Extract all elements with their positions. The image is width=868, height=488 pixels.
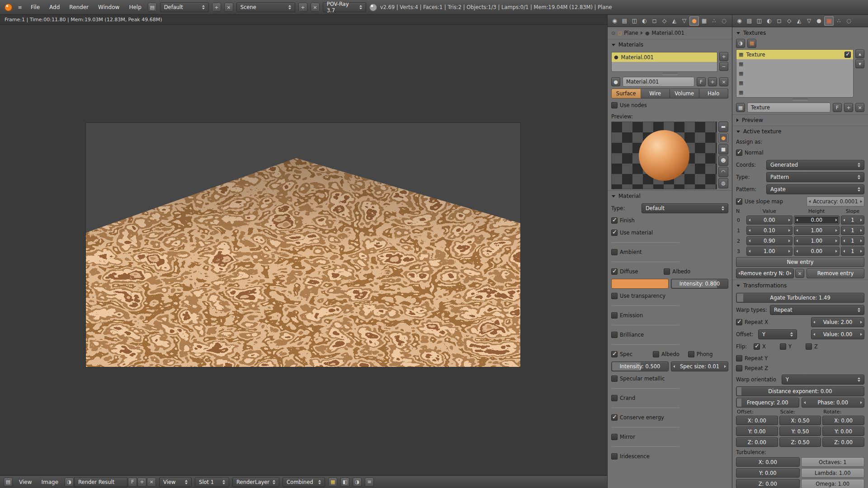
slope-slope-field[interactable]: 1 [841, 247, 864, 256]
spec-checkbox[interactable] [611, 351, 618, 357]
use-transparency-checkbox[interactable] [611, 293, 618, 299]
image-datablock[interactable]: Render Result [74, 477, 127, 487]
tab-render-layers-icon[interactable]: ▤ [745, 16, 754, 26]
breadcrumb-object[interactable]: Plane [624, 30, 638, 36]
brilliance-checkbox[interactable] [611, 332, 618, 338]
warp-types-selector[interactable]: Repeat [770, 305, 864, 315]
tab-scene-icon[interactable]: ◫ [755, 16, 764, 26]
rotate-y-field[interactable]: Y: 0.00 [822, 427, 864, 436]
texture-type-selector[interactable]: Pattern [766, 172, 864, 182]
offset-z-field[interactable]: Z: 0.00 [736, 437, 778, 447]
material-name-field[interactable]: Material.001 [623, 77, 694, 87]
draw-channel-zbuffer-icon[interactable]: ◑ [353, 478, 362, 487]
repeat-x-value-field[interactable]: Value: 2.00 [811, 317, 864, 327]
crand-checkbox[interactable] [611, 395, 618, 401]
scale-x-field[interactable]: X: 0.50 [779, 416, 821, 425]
menu-file[interactable]: File [28, 3, 43, 11]
tab-texture-icon[interactable]: ▦ [699, 16, 709, 26]
screen-layout-browse-icon[interactable]: ▤ [148, 3, 157, 12]
slope-height-field[interactable]: 0.00 [794, 216, 840, 225]
omega-field[interactable]: Omega: 1.00 [801, 479, 865, 488]
spec-albedo-checkbox[interactable] [653, 351, 659, 357]
preview-cube-button[interactable]: ■ [718, 144, 728, 155]
preview-monkey-button[interactable]: ☻ [718, 155, 728, 166]
render-slot-selector[interactable]: Slot 1 [195, 477, 229, 487]
menu-add[interactable]: Add [46, 3, 63, 11]
remove-entry-n-field[interactable]: Remove entry N: 0 [736, 268, 794, 278]
texture-context-material-icon[interactable]: ▦ [747, 39, 756, 48]
agate-turbulence-slider[interactable]: Agate Turbulence: 1.49 [736, 293, 864, 303]
remove-entry-button[interactable]: Remove entry [807, 268, 864, 278]
slope-value-field[interactable]: 0.10 [746, 226, 793, 235]
diffuse-color-swatch[interactable] [611, 279, 669, 289]
preview-panel-header[interactable]: Preview [732, 114, 868, 126]
material-browse-icon[interactable]: ● [611, 77, 620, 86]
tab-texture-icon[interactable]: ▦ [824, 16, 834, 26]
turbulence-z-field[interactable]: Z: 0.00 [736, 479, 800, 488]
tab-material-icon[interactable]: ● [689, 16, 699, 26]
tab-object-data-icon[interactable]: ▽ [679, 16, 689, 26]
tab-constraints-icon[interactable]: ◇ [660, 16, 669, 26]
conserve-energy-checkbox[interactable] [611, 414, 618, 421]
lambda-field[interactable]: Lambda: 1.00 [801, 468, 865, 478]
editor-type-image-icon[interactable]: ▤ [4, 478, 13, 487]
slope-value-field[interactable]: 0.90 [746, 236, 793, 245]
preview-world-button[interactable]: ◍ [718, 178, 728, 188]
pattern-selector[interactable]: Agate [766, 184, 864, 194]
image-fake-user-button[interactable]: F [128, 478, 137, 487]
tab-world-icon[interactable]: ◐ [764, 16, 774, 26]
active-texture-panel-header[interactable]: Active texture [732, 126, 868, 137]
offset-y-field[interactable]: Y: 0.00 [736, 427, 778, 436]
texture-slot-row[interactable]: ▦ Texture [736, 50, 853, 59]
tab-physics-icon[interactable]: ◌ [844, 16, 854, 26]
wire-tab[interactable]: Wire [641, 89, 670, 99]
image-mode-selector[interactable]: View [159, 477, 192, 487]
slope-height-field[interactable]: 1.00 [794, 236, 840, 245]
image-new-button[interactable]: + [137, 478, 146, 487]
use-slope-map-checkbox[interactable] [736, 198, 742, 205]
material-slot-row-empty[interactable] [612, 62, 717, 71]
repeat-z-checkbox[interactable] [736, 365, 742, 371]
tab-render-icon[interactable]: ◉ [610, 16, 619, 26]
image-browse-icon[interactable]: ◑ [65, 478, 74, 487]
texture-enable-checkbox[interactable] [844, 52, 851, 58]
offset-x-field[interactable]: X: 0.00 [736, 416, 778, 425]
slope-height-field[interactable]: 1.00 [794, 226, 840, 235]
phong-checkbox[interactable] [688, 351, 694, 357]
menu-help[interactable]: Help [126, 3, 144, 11]
image-menu-image[interactable]: Image [38, 478, 61, 486]
turbulence-x-field[interactable]: X: 0.00 [736, 457, 800, 467]
slope-slope-field[interactable]: 1 [841, 236, 864, 245]
scene-selector[interactable]: Scene [236, 2, 295, 12]
mirror-checkbox[interactable] [611, 434, 618, 440]
tab-object-data-icon[interactable]: ▽ [804, 16, 814, 26]
tab-render-icon[interactable]: ◉ [735, 16, 744, 26]
remove-material-slot-button[interactable]: − [719, 62, 728, 71]
slope-slope-field[interactable]: 1 [841, 226, 864, 235]
offset-value-field[interactable]: Value: 0.00 [811, 329, 864, 339]
image-editor-viewport[interactable] [0, 25, 607, 475]
material-unlink-button[interactable]: × [719, 77, 728, 86]
material-new-button[interactable]: + [708, 77, 717, 86]
screen-layout-selector[interactable]: Default [160, 2, 209, 12]
spec-intensity-slider[interactable]: Intensity: 0.500 [611, 361, 669, 371]
texture-slot-row-empty[interactable]: ▦ [736, 78, 853, 88]
slope-height-field[interactable]: 0.00 [794, 247, 840, 256]
texture-context-world-icon[interactable]: ◑ [736, 39, 745, 48]
material-fake-user-button[interactable]: F [697, 77, 706, 86]
material-slot-row[interactable]: ● Material.001 [612, 52, 717, 62]
texture-slot-row-empty[interactable]: ▦ [736, 88, 853, 97]
normal-checkbox[interactable] [736, 150, 742, 156]
texture-browse-icon[interactable]: ▦ [736, 103, 745, 112]
menu-window[interactable]: Window [95, 3, 123, 11]
draw-channel-alpha-icon[interactable]: ◧ [340, 478, 349, 487]
octaves-field[interactable]: Octaves: 1 [801, 457, 865, 467]
preview-flat-button[interactable]: ▬ [718, 122, 728, 132]
render-pass-selector[interactable]: Combined [283, 477, 325, 487]
scale-z-field[interactable]: Z: 0.50 [779, 437, 821, 447]
textures-panel-header[interactable]: Textures [732, 27, 868, 38]
tab-object-icon[interactable]: ◻ [774, 16, 784, 26]
coords-selector[interactable]: Generated [766, 160, 864, 170]
volume-tab[interactable]: Volume [670, 89, 699, 99]
offset-axis-selector[interactable]: Y [758, 329, 797, 339]
